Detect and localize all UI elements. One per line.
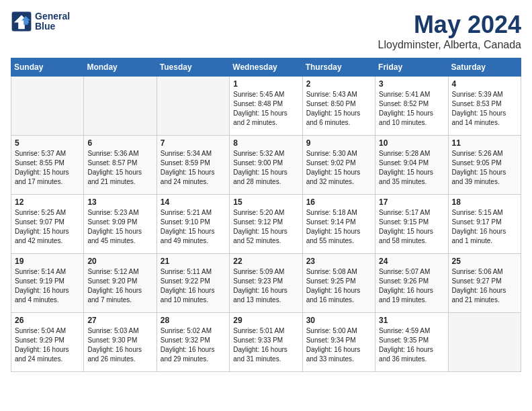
col-header-wednesday: Wednesday <box>230 58 302 77</box>
day-info: Sunrise: 5:43 AM Sunset: 8:50 PM Dayligh… <box>306 90 371 128</box>
day-number: 28 <box>161 316 226 325</box>
day-number: 30 <box>306 316 371 325</box>
day-info: Sunrise: 5:03 AM Sunset: 9:30 PM Dayligh… <box>87 326 152 364</box>
day-info: Sunrise: 5:01 AM Sunset: 9:33 PM Dayligh… <box>233 326 298 364</box>
day-number: 5 <box>15 138 80 148</box>
day-info: Sunrise: 5:18 AM Sunset: 9:14 PM Dayligh… <box>306 208 371 246</box>
day-info: Sunrise: 5:30 AM Sunset: 9:02 PM Dayligh… <box>306 149 371 187</box>
day-info: Sunrise: 5:26 AM Sunset: 9:05 PM Dayligh… <box>452 149 517 187</box>
day-number: 20 <box>87 257 152 266</box>
day-info: Sunrise: 5:37 AM Sunset: 8:55 PM Dayligh… <box>15 149 80 187</box>
day-info: Sunrise: 5:09 AM Sunset: 9:23 PM Dayligh… <box>233 267 298 305</box>
col-header-sunday: Sunday <box>11 58 84 77</box>
day-info: Sunrise: 5:07 AM Sunset: 9:26 PM Dayligh… <box>379 267 444 305</box>
calendar-cell: 3Sunrise: 5:41 AM Sunset: 8:52 PM Daylig… <box>375 77 448 136</box>
logo: General Blue <box>11 11 70 32</box>
calendar-cell: 23Sunrise: 5:08 AM Sunset: 9:25 PM Dayli… <box>302 254 375 313</box>
day-number: 12 <box>15 197 80 207</box>
calendar-cell: 21Sunrise: 5:11 AM Sunset: 9:22 PM Dayli… <box>157 254 229 313</box>
day-info: Sunrise: 5:25 AM Sunset: 9:07 PM Dayligh… <box>15 208 80 246</box>
calendar-cell: 4Sunrise: 5:39 AM Sunset: 8:53 PM Daylig… <box>448 77 521 136</box>
day-number: 10 <box>379 138 444 148</box>
calendar-cell: 12Sunrise: 5:25 AM Sunset: 9:07 PM Dayli… <box>11 195 84 254</box>
day-number: 6 <box>87 138 152 148</box>
calendar-cell: 17Sunrise: 5:17 AM Sunset: 9:15 PM Dayli… <box>375 195 448 254</box>
day-info: Sunrise: 5:02 AM Sunset: 9:32 PM Dayligh… <box>161 326 226 364</box>
week-row-5: 26Sunrise: 5:04 AM Sunset: 9:29 PM Dayli… <box>11 313 521 372</box>
calendar-cell: 10Sunrise: 5:28 AM Sunset: 9:04 PM Dayli… <box>375 136 448 195</box>
calendar-cell: 11Sunrise: 5:26 AM Sunset: 9:05 PM Dayli… <box>448 136 521 195</box>
day-number: 25 <box>452 257 517 266</box>
logo-line1: General <box>35 11 70 21</box>
day-info: Sunrise: 5:06 AM Sunset: 9:27 PM Dayligh… <box>452 267 517 305</box>
day-info: Sunrise: 5:04 AM Sunset: 9:29 PM Dayligh… <box>15 326 80 364</box>
day-info: Sunrise: 5:11 AM Sunset: 9:22 PM Dayligh… <box>161 267 226 305</box>
col-header-monday: Monday <box>84 58 157 77</box>
day-info: Sunrise: 5:39 AM Sunset: 8:53 PM Dayligh… <box>452 90 517 128</box>
day-number: 3 <box>379 79 444 89</box>
day-number: 14 <box>161 197 226 207</box>
calendar-cell: 1Sunrise: 5:45 AM Sunset: 8:48 PM Daylig… <box>230 77 302 136</box>
day-number: 22 <box>233 257 298 266</box>
day-info: Sunrise: 5:32 AM Sunset: 9:00 PM Dayligh… <box>233 149 298 187</box>
calendar-cell: 30Sunrise: 5:00 AM Sunset: 9:34 PM Dayli… <box>302 313 375 372</box>
calendar-cell: 16Sunrise: 5:18 AM Sunset: 9:14 PM Dayli… <box>302 195 375 254</box>
calendar-cell: 6Sunrise: 5:36 AM Sunset: 8:57 PM Daylig… <box>84 136 157 195</box>
day-number: 31 <box>379 316 444 325</box>
location: Lloydminster, Alberta, Canada <box>378 39 521 51</box>
day-number: 1 <box>233 79 298 89</box>
calendar-table: SundayMondayTuesdayWednesdayThursdayFrid… <box>11 58 521 372</box>
week-row-1: 1Sunrise: 5:45 AM Sunset: 8:48 PM Daylig… <box>11 77 521 136</box>
day-number: 19 <box>15 257 80 266</box>
week-row-4: 19Sunrise: 5:14 AM Sunset: 9:19 PM Dayli… <box>11 254 521 313</box>
day-info: Sunrise: 5:21 AM Sunset: 9:10 PM Dayligh… <box>161 208 226 246</box>
day-number: 9 <box>306 138 371 148</box>
week-row-2: 5Sunrise: 5:37 AM Sunset: 8:55 PM Daylig… <box>11 136 521 195</box>
calendar-cell <box>157 77 229 136</box>
calendar-cell <box>11 77 84 136</box>
calendar-cell: 19Sunrise: 5:14 AM Sunset: 9:19 PM Dayli… <box>11 254 84 313</box>
day-number: 18 <box>452 197 517 207</box>
day-info: Sunrise: 5:34 AM Sunset: 8:59 PM Dayligh… <box>161 149 226 187</box>
day-info: Sunrise: 5:28 AM Sunset: 9:04 PM Dayligh… <box>379 149 444 187</box>
calendar-cell: 15Sunrise: 5:20 AM Sunset: 9:12 PM Dayli… <box>230 195 302 254</box>
calendar-cell: 2Sunrise: 5:43 AM Sunset: 8:50 PM Daylig… <box>302 77 375 136</box>
day-info: Sunrise: 5:15 AM Sunset: 9:17 PM Dayligh… <box>452 208 517 246</box>
day-number: 21 <box>161 257 226 266</box>
calendar-cell: 29Sunrise: 5:01 AM Sunset: 9:33 PM Dayli… <box>230 313 302 372</box>
calendar-cell: 7Sunrise: 5:34 AM Sunset: 8:59 PM Daylig… <box>157 136 229 195</box>
calendar-cell: 14Sunrise: 5:21 AM Sunset: 9:10 PM Dayli… <box>157 195 229 254</box>
day-info: Sunrise: 5:08 AM Sunset: 9:25 PM Dayligh… <box>306 267 371 305</box>
day-number: 16 <box>306 197 371 207</box>
day-info: Sunrise: 5:23 AM Sunset: 9:09 PM Dayligh… <box>87 208 152 246</box>
col-header-saturday: Saturday <box>448 58 521 77</box>
day-info: Sunrise: 5:45 AM Sunset: 8:48 PM Dayligh… <box>233 90 298 128</box>
calendar-cell: 9Sunrise: 5:30 AM Sunset: 9:02 PM Daylig… <box>302 136 375 195</box>
day-number: 2 <box>306 79 371 89</box>
day-number: 17 <box>379 197 444 207</box>
calendar-cell: 22Sunrise: 5:09 AM Sunset: 9:23 PM Dayli… <box>230 254 302 313</box>
day-number: 4 <box>452 79 517 89</box>
day-info: Sunrise: 5:36 AM Sunset: 8:57 PM Dayligh… <box>87 149 152 187</box>
day-number: 13 <box>87 197 152 207</box>
day-info: Sunrise: 5:14 AM Sunset: 9:19 PM Dayligh… <box>15 267 80 305</box>
logo-line2: Blue <box>35 21 70 32</box>
calendar-cell: 28Sunrise: 5:02 AM Sunset: 9:32 PM Dayli… <box>157 313 229 372</box>
title-block: May 2024 Lloydminster, Alberta, Canada <box>378 11 521 51</box>
calendar-cell: 8Sunrise: 5:32 AM Sunset: 9:00 PM Daylig… <box>230 136 302 195</box>
day-number: 23 <box>306 257 371 266</box>
calendar-cell: 26Sunrise: 5:04 AM Sunset: 9:29 PM Dayli… <box>11 313 84 372</box>
calendar-cell: 24Sunrise: 5:07 AM Sunset: 9:26 PM Dayli… <box>375 254 448 313</box>
page-header: General Blue May 2024 Lloydminster, Albe… <box>11 11 521 51</box>
week-row-3: 12Sunrise: 5:25 AM Sunset: 9:07 PM Dayli… <box>11 195 521 254</box>
day-info: Sunrise: 5:17 AM Sunset: 9:15 PM Dayligh… <box>379 208 444 246</box>
col-header-thursday: Thursday <box>302 58 375 77</box>
calendar-cell: 25Sunrise: 5:06 AM Sunset: 9:27 PM Dayli… <box>448 254 521 313</box>
header-row: SundayMondayTuesdayWednesdayThursdayFrid… <box>11 58 521 77</box>
calendar-cell: 31Sunrise: 4:59 AM Sunset: 9:35 PM Dayli… <box>375 313 448 372</box>
day-info: Sunrise: 5:20 AM Sunset: 9:12 PM Dayligh… <box>233 208 298 246</box>
calendar-cell: 5Sunrise: 5:37 AM Sunset: 8:55 PM Daylig… <box>11 136 84 195</box>
col-header-tuesday: Tuesday <box>157 58 229 77</box>
calendar-cell <box>448 313 521 372</box>
day-info: Sunrise: 4:59 AM Sunset: 9:35 PM Dayligh… <box>379 326 444 364</box>
